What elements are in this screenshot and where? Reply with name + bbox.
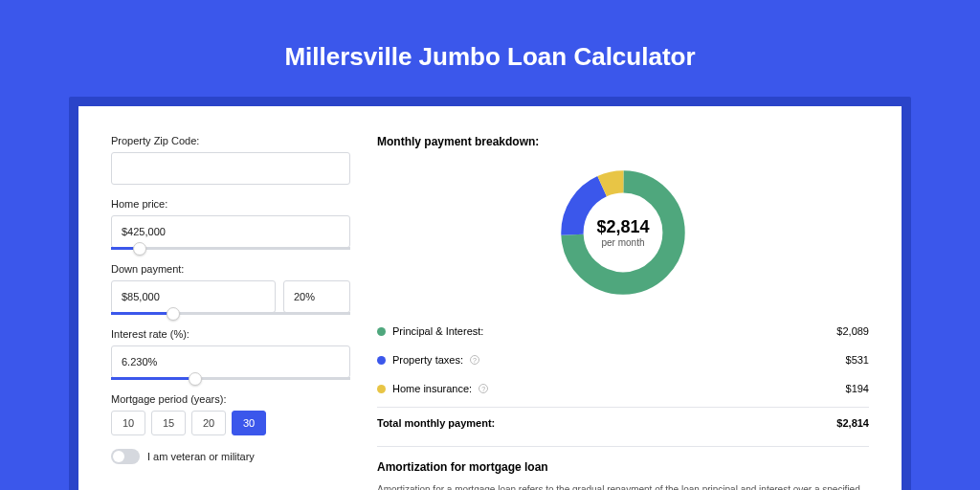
total-value: $2,814 <box>836 417 869 429</box>
veteran-toggle-row: I am veteran or military <box>111 449 350 464</box>
rate-group: Interest rate (%): <box>111 328 350 380</box>
page-title: Millersville Jumbo Loan Calculator <box>0 0 980 97</box>
home-price-input[interactable] <box>111 215 350 248</box>
slider-thumb[interactable] <box>167 307 180 321</box>
interest-rate-input[interactable] <box>111 345 350 378</box>
interest-rate-label: Interest rate (%): <box>111 328 350 340</box>
total-row: Total monthly payment: $2,814 <box>377 408 869 446</box>
legend-value: $531 <box>846 354 869 366</box>
price-group: Home price: <box>111 198 350 250</box>
down-payment-label: Down payment: <box>111 263 350 275</box>
slider-thumb[interactable] <box>189 372 202 386</box>
breakdown-panel: Monthly payment breakdown: $2,814 per mo… <box>377 135 869 490</box>
veteran-toggle[interactable] <box>111 449 140 464</box>
legend-row-insurance: Home insurance: ? $194 <box>377 374 869 403</box>
form-panel: Property Zip Code: Home price: Down paym… <box>111 135 350 490</box>
payment-donut-chart: $2,814 per month <box>556 166 690 300</box>
down-payment-group: Down payment: <box>111 263 350 315</box>
period-option-15[interactable]: 15 <box>151 411 186 435</box>
info-icon[interactable]: ? <box>479 384 488 393</box>
total-label: Total monthly payment: <box>377 417 495 429</box>
legend-label: Home insurance: <box>392 383 472 394</box>
zip-label: Property Zip Code: <box>111 135 350 146</box>
legend-value: $2,089 <box>836 325 869 337</box>
home-price-slider[interactable] <box>111 247 350 250</box>
zip-group: Property Zip Code: <box>111 135 350 185</box>
legend-row-principal: Principal & Interest: $2,089 <box>377 317 869 345</box>
mortgage-period-options: 10 15 20 30 <box>111 411 350 435</box>
period-option-20[interactable]: 20 <box>191 411 226 435</box>
period-group: Mortgage period (years): 10 15 20 30 <box>111 393 350 435</box>
legend-dot-icon <box>377 327 386 336</box>
legend-label: Property taxes: <box>392 354 463 366</box>
legend-label: Principal & Interest: <box>392 325 483 337</box>
period-option-10[interactable]: 10 <box>111 411 145 435</box>
zip-input[interactable] <box>111 152 350 185</box>
legend-row-taxes: Property taxes: ? $531 <box>377 345 869 374</box>
info-icon[interactable]: ? <box>470 355 479 365</box>
donut-center-value: $2,814 <box>596 217 649 237</box>
down-payment-percent-input[interactable] <box>283 280 350 313</box>
down-payment-slider[interactable] <box>111 312 350 315</box>
home-price-label: Home price: <box>111 198 350 210</box>
amortization-title: Amortization for mortgage loan <box>377 446 869 474</box>
legend-dot-icon <box>377 385 386 393</box>
calculator-card: Property Zip Code: Home price: Down paym… <box>78 106 902 490</box>
slider-thumb[interactable] <box>133 242 146 256</box>
donut-center-sub: per month <box>601 237 644 248</box>
legend-dot-icon <box>377 356 386 365</box>
interest-rate-slider[interactable] <box>111 377 350 380</box>
mortgage-period-label: Mortgage period (years): <box>111 393 350 405</box>
veteran-label: I am veteran or military <box>147 451 255 462</box>
legend-value: $194 <box>846 383 869 394</box>
breakdown-title: Monthly payment breakdown: <box>377 135 869 148</box>
card-backdrop: Property Zip Code: Home price: Down paym… <box>69 97 911 490</box>
amortization-text: Amortization for a mortgage loan refers … <box>377 483 869 490</box>
period-option-30[interactable]: 30 <box>232 411 266 435</box>
down-payment-input[interactable] <box>111 280 276 313</box>
